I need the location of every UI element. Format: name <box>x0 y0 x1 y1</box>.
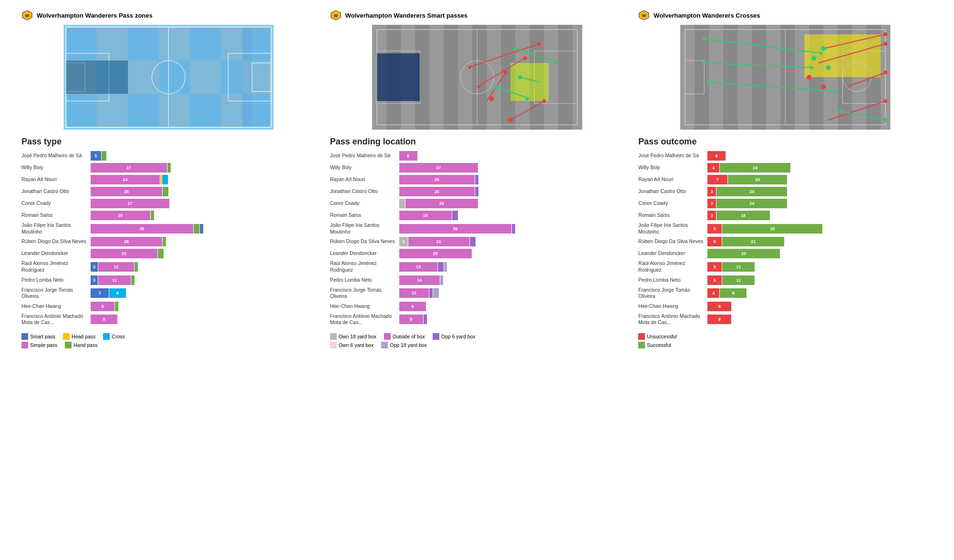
legend-color-box <box>381 342 388 348</box>
svg-point-64 <box>513 47 517 51</box>
svg-point-111 <box>821 84 826 89</box>
bar-label: 10 <box>412 291 416 295</box>
bar-label: 24 <box>749 201 754 206</box>
bars-container: 6 <box>707 151 933 161</box>
legend-row: Smart passHead passCross <box>21 333 125 340</box>
bar <box>151 211 154 220</box>
table-row: Leander Dendoncker23 <box>21 248 316 259</box>
legend-item: Simple pass <box>21 342 57 348</box>
pitch-2 <box>638 25 933 130</box>
bars-container: 27 <box>399 163 624 173</box>
svg-rect-19 <box>128 94 159 127</box>
table-row: Rayan Aït Nouri24 <box>21 174 316 185</box>
bars-container: 720 <box>707 175 933 184</box>
bar-label: 13 <box>416 265 421 269</box>
bar: 5 <box>707 237 722 246</box>
bar: 3 <box>91 262 98 272</box>
bar-label: 11 <box>112 278 117 283</box>
player-name: Conor Coady <box>21 200 91 207</box>
legend-row: Simple passHand pass <box>21 342 125 348</box>
bar <box>163 187 168 196</box>
table-row: Raúl Alonso Jiménez Rodríguez312 <box>21 260 316 273</box>
svg-rect-16 <box>242 61 271 94</box>
player-name: Jonathan Castro Otto <box>330 188 399 195</box>
player-name: Francisco Jorge Tomás Oliveira <box>330 287 399 300</box>
legend-color-box <box>103 333 110 340</box>
bar-label: 3 <box>711 189 713 194</box>
legend-wrap: Smart passHead passCrossSimple passHand … <box>21 333 125 348</box>
bar: 12 <box>98 262 134 272</box>
bar-label: 3 <box>711 201 713 206</box>
panel-pass-outcome: W Wolverhampton Wanderers Crosses <box>631 10 940 348</box>
svg-point-52 <box>537 42 541 46</box>
player-name: José Pedro Malheiro de Sá <box>638 153 707 159</box>
bar <box>200 224 203 234</box>
svg-text:W: W <box>642 13 646 18</box>
bars-container: 23 <box>91 249 316 258</box>
panel-title-2: W Wolverhampton Wanderers Crosses <box>638 10 933 21</box>
bars-container: 424 <box>707 163 933 173</box>
player-name: Romain Saïss <box>330 212 399 219</box>
svg-rect-76 <box>767 25 781 130</box>
bars-container: 521 <box>707 237 933 246</box>
player-name: Hee-Chan Hwang <box>638 303 707 310</box>
player-name: Francisco Jorge Tomás Oliveira <box>638 287 707 300</box>
panel-title-1: W Wolverhampton Wanderers Smart passes <box>330 10 624 21</box>
player-name: Leander Dendoncker <box>330 250 399 257</box>
bars-container: 9 <box>91 315 316 324</box>
player-name: Leander Dendoncker <box>21 250 91 257</box>
bar-label: 21 <box>436 239 441 244</box>
bar-label: 26 <box>435 189 439 194</box>
panel-pass-ending: W Wolverhampton Wanderers Smart passes <box>323 10 632 348</box>
player-name: Hee-Chan Hwang <box>330 303 399 310</box>
bar: 11 <box>722 262 755 272</box>
bar-label: 8 <box>101 304 104 309</box>
bar-label: 3 <box>711 213 713 218</box>
bars-container: 511 <box>707 262 933 272</box>
player-name: Francisco António Machado Mota de Cas... <box>330 313 399 326</box>
bar: 21 <box>722 237 784 246</box>
bar-label: 3 <box>402 239 404 244</box>
player-name: Conor Coady <box>638 200 707 207</box>
panel-title-0: W Wolverhampton Wanderers Pass zones <box>21 10 316 21</box>
legend-color-box <box>21 342 28 348</box>
svg-rect-48 <box>377 53 420 101</box>
legend-item: Head pass <box>63 333 95 340</box>
bar-label: 39 <box>453 226 457 231</box>
bars-container: 26 <box>399 175 624 184</box>
table-row: Leander Dendoncker25 <box>330 248 624 259</box>
svg-rect-17 <box>66 94 97 127</box>
player-name: Hee-Chan Hwang <box>21 303 91 310</box>
bar: 13 <box>399 262 437 272</box>
svg-point-88 <box>884 32 888 36</box>
player-name: Willy Boly <box>330 164 399 171</box>
player-name: Pedro Lomba Neto <box>21 277 91 284</box>
legend-label: Opp 18 yard box <box>390 342 427 348</box>
bar-label: 6 <box>716 153 718 158</box>
table-row: Rúben Diogo Da Silva Neves521 <box>638 236 933 247</box>
legend-label: Simple pass <box>30 342 57 348</box>
table-row: Pedro Lomba Neto14 <box>330 275 624 285</box>
bar-label: 18 <box>423 213 428 218</box>
panel-title-text-1: Wolverhampton Wanderers Smart passes <box>345 12 467 19</box>
bar-label: 8 <box>718 304 721 309</box>
bar-label: 24 <box>123 177 127 182</box>
player-name: Rayan Aït Nouri <box>21 176 91 183</box>
legend-row: Unsuccessful <box>638 333 676 340</box>
bar-label: 5 <box>714 239 716 244</box>
legend-color-box <box>63 333 70 340</box>
bar: 3 <box>707 187 716 196</box>
bar-label: 3 <box>93 265 95 269</box>
table-row: Rayan Aït Nouri26 <box>330 174 624 185</box>
player-name: João Filipe Iria Santos Moutinho <box>638 222 707 235</box>
legend-item: Own 6 yard box <box>330 342 374 348</box>
table-row: Jonathan Castro Otto26 <box>330 186 624 197</box>
legend-item: Unsuccessful <box>638 333 676 340</box>
svg-point-94 <box>884 99 888 103</box>
table-row: Willy Boly27 <box>21 163 316 173</box>
bars-container: 312 <box>91 262 316 272</box>
legend-row: Own 6 yard boxOpp 18 yard box <box>330 342 476 348</box>
svg-point-96 <box>703 37 706 41</box>
section-title-2: Pass outcome <box>638 137 933 147</box>
player-name: Romain Saïss <box>21 212 91 219</box>
